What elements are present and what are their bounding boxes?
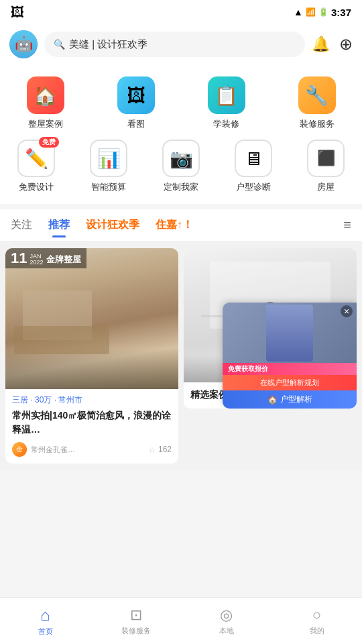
popup-btn-text: 在线户型解析规划 xyxy=(260,378,319,386)
local-icon: ◎ xyxy=(220,606,233,624)
cat-icon-huxing: 🖥 xyxy=(235,140,272,177)
content-area: 11 JAN 2022 金牌整屋 三居 · 30万 · 常州市 常州实拍|140… xyxy=(0,241,362,470)
like-area: ☆ 162 xyxy=(148,445,172,455)
cat-label-zhuangxiu: 装修服务 xyxy=(300,118,335,130)
cat-item-free-design[interactable]: ✏️ 免费 免费设计 xyxy=(9,140,63,193)
tag-title: 金牌整屋 xyxy=(46,254,81,266)
card-title: 常州实拍|140㎡极简治愈风，浪漫的诠释温… xyxy=(12,409,172,437)
tab-more-icon[interactable]: ≡ xyxy=(343,217,351,233)
left-column: 11 JAN 2022 金牌整屋 三居 · 30万 · 常州市 常州实拍|140… xyxy=(5,248,178,464)
popup-person-image xyxy=(266,305,313,362)
cat-label-custom: 定制我家 xyxy=(164,181,198,193)
battery-icon: 🔋 xyxy=(318,7,328,17)
like-icon: ☆ xyxy=(148,445,156,455)
left-card-image: 11 JAN 2022 金牌整屋 xyxy=(5,248,178,389)
category-row-1: 🏠 整屋案例 🖼 看图 📋 学装修 🔧 装修服务 xyxy=(0,74,362,137)
cat-icon-house: ⬛ xyxy=(307,140,345,177)
tab-design-carnival[interactable]: 设计狂欢季 xyxy=(86,210,139,240)
cat-label-free-design: 免费设计 xyxy=(19,181,54,193)
service-icon: ⊡ xyxy=(130,606,142,624)
date-num: 11 xyxy=(11,251,27,266)
cat-icon-free-design: ✏️ 免费 xyxy=(17,140,55,177)
cat-item-huxing[interactable]: 🖥 户型诊断 xyxy=(227,140,280,193)
popup-image: × xyxy=(223,303,357,363)
popup-footer-btn[interactable]: 🏠 户型解析 xyxy=(223,390,357,409)
nav-label-home: 首页 xyxy=(38,627,53,637)
add-icon[interactable]: ⊕ xyxy=(339,35,353,54)
nav-item-home[interactable]: ⌂ 首页 xyxy=(0,606,90,637)
popup-footer-text: 户型解析 xyxy=(280,394,312,405)
avatar[interactable]: 🤖 xyxy=(9,30,38,58)
nav-label-service: 装修服务 xyxy=(121,626,151,636)
nav-label-profile: 我的 xyxy=(310,626,324,636)
cat-item-kanjing[interactable]: 🖼 看图 xyxy=(109,76,163,130)
avatar-face: 🤖 xyxy=(9,30,38,58)
home-icon: ⌂ xyxy=(40,606,50,625)
cat-icon-zhuangxiu: 🔧 xyxy=(298,76,336,114)
free-badge: 免费 xyxy=(39,137,59,148)
author-name: 常州金孔雀… xyxy=(31,445,144,455)
author-avatar: 金 xyxy=(12,442,27,457)
card-footer: 金 常州金孔雀… ☆ 162 xyxy=(12,442,172,457)
notification-bell-icon[interactable]: 🔔 xyxy=(312,36,330,53)
nav-item-local[interactable]: ◎ 本地 xyxy=(181,606,272,636)
header-icons: 🔔 ⊕ xyxy=(312,35,353,54)
nav-item-service[interactable]: ⊡ 装修服务 xyxy=(90,606,181,636)
signal-icon: ▲ xyxy=(294,7,303,17)
left-card[interactable]: 11 JAN 2022 金牌整屋 三居 · 30万 · 常州市 常州实拍|140… xyxy=(5,248,178,464)
status-left: 🖼 xyxy=(11,5,24,20)
cat-item-budget[interactable]: 📊 智能预算 xyxy=(82,140,135,193)
search-icon: 🔍 xyxy=(54,39,65,50)
popup-overlay: × 免费获取报价 在线户型解析规划 🏠 户型解析 xyxy=(223,303,357,409)
cat-item-custom[interactable]: 📷 定制我家 xyxy=(154,140,208,193)
right-column: ▶ 精选案例分享 | 120平方现代简约风格 × 免费获取报价 在线户型解析规划… xyxy=(184,248,357,464)
date-sub: JAN 2022 xyxy=(29,254,43,266)
popup-banner-text: 免费获取报价 xyxy=(228,364,268,374)
cat-item-xue[interactable]: 📋 学装修 xyxy=(200,76,253,130)
card-location: 三居 · 30万 · 常州市 xyxy=(12,394,172,406)
header: 🤖 🔍 美缝 | 设计狂欢季 🔔 ⊕ xyxy=(0,24,362,64)
cat-label-house: 房屋 xyxy=(317,181,335,193)
categories: 🏠 整屋案例 🖼 看图 📋 学装修 🔧 装修服务 ✏️ 免费 免费设计 📊 智能… xyxy=(0,64,362,204)
category-row-2: ✏️ 免费 免费设计 📊 智能预算 📷 定制我家 🖥 户型诊断 ⬛ 房屋 xyxy=(0,137,362,200)
search-text: 美缝 | 设计狂欢季 xyxy=(69,38,147,51)
popup-btn[interactable]: 在线户型解析规划 xyxy=(223,375,357,390)
tabs: 关注 推荐 设计狂欢季 住嘉↑！ ≡ xyxy=(0,209,362,241)
status-right: ▲ 📶 🔋 3:37 xyxy=(294,7,351,18)
right-card[interactable]: ▶ 精选案例分享 | 120平方现代简约风格 × 免费获取报价 在线户型解析规划… xyxy=(184,248,357,409)
nav-label-local: 本地 xyxy=(219,626,234,636)
app-logo-icon: 🖼 xyxy=(11,5,24,20)
nav-item-profile[interactable]: ○ 我的 xyxy=(272,606,362,636)
left-room-art xyxy=(5,248,178,389)
cat-icon-budget: 📊 xyxy=(90,140,127,177)
like-count: 162 xyxy=(158,445,172,454)
profile-icon: ○ xyxy=(312,606,321,624)
popup-close-button[interactable]: × xyxy=(341,305,353,317)
tab-follow[interactable]: 关注 xyxy=(11,210,32,240)
cat-item-zhengwu[interactable]: 🏠 整屋案例 xyxy=(19,76,72,130)
sim-icon: 📶 xyxy=(306,7,316,17)
time-display: 3:37 xyxy=(331,7,351,18)
cat-item-house[interactable]: ⬛ 房屋 xyxy=(299,140,353,193)
popup-footer-icon: 🏠 xyxy=(267,395,278,405)
date-badge: 11 JAN 2022 金牌整屋 xyxy=(5,248,86,268)
cat-label-budget: 智能预算 xyxy=(91,181,126,193)
cat-label-huxing: 户型诊断 xyxy=(236,181,271,193)
cat-icon-xue: 📋 xyxy=(208,76,245,114)
cat-item-zhuangxiu[interactable]: 🔧 装修服务 xyxy=(290,76,344,130)
cat-icon-zhengwu: 🏠 xyxy=(27,76,64,114)
cat-icon-kanjing: 🖼 xyxy=(117,76,155,114)
tab-recommend[interactable]: 推荐 xyxy=(48,210,70,240)
cat-label-xue: 学装修 xyxy=(213,118,239,130)
left-card-body: 三居 · 30万 · 常州市 常州实拍|140㎡极简治愈风，浪漫的诠释温… 金 … xyxy=(5,389,178,464)
cat-icon-custom: 📷 xyxy=(162,140,200,177)
cat-label-zhengwu: 整屋案例 xyxy=(28,118,63,130)
cat-label-kanjing: 看图 xyxy=(127,118,145,130)
status-bar: 🖼 ▲ 📶 🔋 3:37 xyxy=(0,0,362,24)
popup-banner: 免费获取报价 xyxy=(223,363,357,375)
tab-zhu-jia[interactable]: 住嘉↑！ xyxy=(156,210,193,240)
search-bar[interactable]: 🔍 美缝 | 设计狂欢季 xyxy=(44,32,305,57)
bottom-nav: ⌂ 首页 ⊡ 装修服务 ◎ 本地 ○ 我的 xyxy=(0,597,362,644)
